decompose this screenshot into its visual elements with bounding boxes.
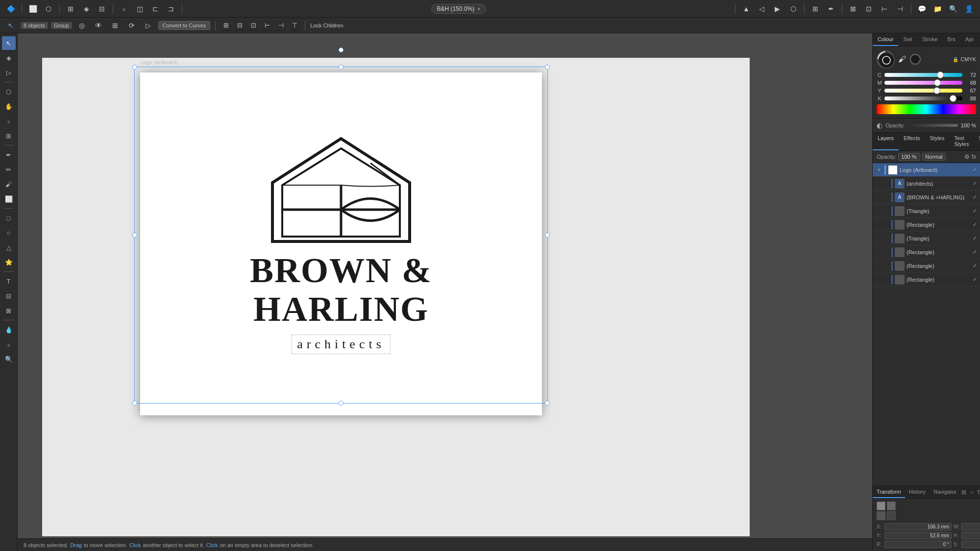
tab-history[interactable]: History bbox=[905, 486, 930, 498]
pan-tool[interactable]: ✋ bbox=[2, 99, 16, 113]
x-input[interactable] bbox=[884, 523, 952, 530]
h-input[interactable] bbox=[961, 532, 980, 539]
gradient-tool[interactable]: ⬦ bbox=[2, 337, 16, 351]
layer-item[interactable]: ▼Logo (Artboard)✓ bbox=[873, 163, 980, 177]
insert-icon[interactable]: ▶ bbox=[771, 2, 784, 16]
layer-expand-icon[interactable] bbox=[882, 263, 889, 269]
zoom-icon[interactable]: ⊢ bbox=[878, 2, 891, 16]
arrange-icon3[interactable]: ⊏ bbox=[148, 2, 162, 16]
w-input[interactable] bbox=[961, 523, 980, 530]
y-slider[interactable] bbox=[884, 89, 962, 93]
color-spectrum[interactable] bbox=[877, 104, 976, 114]
play-icon[interactable]: ▷ bbox=[142, 19, 155, 32]
tab-effects[interactable]: Effects bbox=[899, 133, 925, 150]
select-tool[interactable]: ↖ bbox=[2, 36, 16, 50]
layer-expand-icon[interactable] bbox=[882, 208, 889, 215]
layer-expand-icon[interactable] bbox=[882, 221, 889, 228]
layer-item[interactable]: (Rectangle)✓ bbox=[873, 273, 980, 287]
select-tool-icon[interactable]: ↖ bbox=[4, 19, 18, 32]
layer-expand-icon[interactable] bbox=[882, 194, 889, 201]
box-select-icon[interactable]: ⊞ bbox=[108, 19, 122, 32]
app-icon[interactable]: 🔷 bbox=[4, 2, 18, 16]
tab-brs[interactable]: Brs bbox=[943, 33, 961, 46]
layer-check-icon[interactable]: ✓ bbox=[973, 263, 977, 269]
back-icon[interactable]: ◁ bbox=[755, 2, 769, 16]
c-thumb[interactable] bbox=[937, 72, 944, 78]
c-slider[interactable] bbox=[884, 73, 962, 77]
ellipse-tool[interactable]: ○ bbox=[2, 226, 16, 240]
view-icon[interactable]: ⊡ bbox=[862, 2, 876, 16]
k-thumb[interactable] bbox=[950, 95, 956, 102]
m-thumb[interactable] bbox=[934, 79, 941, 86]
align-ml-icon[interactable]: ⊢ bbox=[262, 20, 272, 31]
bpanel-icon1[interactable]: ⊞ bbox=[960, 489, 967, 496]
search-view-tool[interactable]: 🔍 bbox=[2, 352, 16, 366]
tab-swt[interactable]: Swt bbox=[898, 33, 917, 46]
arrange-icon4[interactable]: ⊐ bbox=[164, 2, 178, 16]
pen-icon[interactable]: ✒ bbox=[824, 2, 838, 16]
y-input[interactable] bbox=[884, 532, 952, 539]
layer-check-icon[interactable]: ✓ bbox=[973, 167, 977, 173]
tab-transform[interactable]: Transform bbox=[873, 486, 905, 498]
layers-fx-icon[interactable]: fx bbox=[972, 153, 976, 160]
blend-mode-select[interactable]: Normal bbox=[922, 153, 945, 161]
arrange-icon2[interactable]: ◫ bbox=[133, 2, 147, 16]
eraser-tool[interactable]: ⬜ bbox=[2, 192, 16, 206]
layer-check-icon[interactable]: ✓ bbox=[973, 249, 977, 255]
layer-check-icon[interactable]: ✓ bbox=[973, 180, 977, 187]
eye-icon[interactable]: 👁 bbox=[92, 19, 105, 32]
tab-stroke[interactable]: Stroke bbox=[917, 33, 943, 46]
frame-tool[interactable]: ⊟ bbox=[2, 289, 16, 303]
star-tool[interactable]: ⭐ bbox=[2, 255, 16, 269]
k-slider[interactable] bbox=[884, 96, 962, 100]
export-icon[interactable]: ⬡ bbox=[786, 2, 800, 16]
snapping-icon[interactable]: ⊞ bbox=[808, 2, 822, 16]
layers-settings-icon[interactable]: ⚙ bbox=[964, 153, 970, 160]
r-input[interactable] bbox=[884, 541, 952, 548]
msg-icon[interactable]: 💬 bbox=[915, 2, 929, 16]
layer-item[interactable]: A(architects)✓ bbox=[873, 177, 980, 191]
folder-icon[interactable]: 📁 bbox=[931, 2, 945, 16]
target-icon[interactable]: ◎ bbox=[75, 19, 89, 32]
layer-check-icon[interactable]: ✓ bbox=[973, 221, 977, 228]
canvas-area[interactable]: Logo (Artboard) bbox=[18, 33, 872, 551]
layer-expand-icon[interactable] bbox=[882, 235, 889, 242]
close-document-btn[interactable]: × bbox=[477, 6, 480, 12]
tab-colour[interactable]: Colour bbox=[873, 33, 898, 46]
more-icon1[interactable]: ⊣ bbox=[893, 2, 907, 16]
zoom-tool[interactable]: ⬡ bbox=[2, 85, 16, 98]
crop-tool[interactable]: ⬦ bbox=[2, 114, 16, 128]
align-tc-icon[interactable]: ⊟ bbox=[234, 20, 245, 31]
color-circle-small[interactable] bbox=[910, 54, 921, 65]
y-thumb[interactable] bbox=[933, 87, 940, 94]
convert-curves-btn[interactable]: Convert to Curves bbox=[158, 21, 211, 30]
pencil-tool[interactable]: ✏ bbox=[2, 163, 16, 176]
new-icon[interactable]: ⬜ bbox=[26, 2, 40, 16]
layer-item[interactable]: (Triangle)✓ bbox=[873, 232, 980, 245]
layer-item[interactable]: (Rectangle)✓ bbox=[873, 218, 980, 232]
bpanel-icon2[interactable]: ○ bbox=[969, 489, 975, 496]
fill-tool[interactable]: ⊞ bbox=[2, 129, 16, 143]
handle-rotate[interactable] bbox=[339, 48, 343, 52]
layer-expand-icon[interactable] bbox=[882, 180, 889, 187]
eyedropper-tool[interactable]: 💧 bbox=[2, 323, 16, 336]
brush-tool[interactable]: 🖌 bbox=[2, 177, 16, 191]
bpanel-icon3[interactable]: fx bbox=[977, 489, 980, 496]
brush-icon[interactable]: 🖌 bbox=[898, 55, 906, 64]
layer-check-icon[interactable]: ✓ bbox=[973, 276, 977, 283]
search-icon[interactable]: 🔍 bbox=[947, 2, 960, 16]
opacity-slider[interactable] bbox=[908, 124, 958, 127]
pen-tool[interactable]: ✒ bbox=[2, 148, 16, 162]
layer-check-icon[interactable]: ✓ bbox=[973, 235, 977, 241]
rect-tool[interactable]: □ bbox=[2, 211, 16, 225]
triangle-tool[interactable]: △ bbox=[2, 240, 16, 254]
m-slider[interactable] bbox=[884, 81, 962, 85]
align-tl-icon[interactable]: ⊞ bbox=[220, 20, 231, 31]
layer-item[interactable]: A(BROWN & +HARLING)✓ bbox=[873, 191, 980, 204]
vector-tool[interactable]: ▷ bbox=[2, 66, 16, 79]
layer-expand-icon[interactable] bbox=[882, 249, 889, 256]
s-input[interactable] bbox=[961, 541, 980, 548]
text-tool[interactable]: T bbox=[2, 274, 16, 288]
layer-check-icon[interactable]: ✓ bbox=[973, 194, 977, 200]
tab-stock[interactable]: Stock bbox=[974, 133, 980, 150]
